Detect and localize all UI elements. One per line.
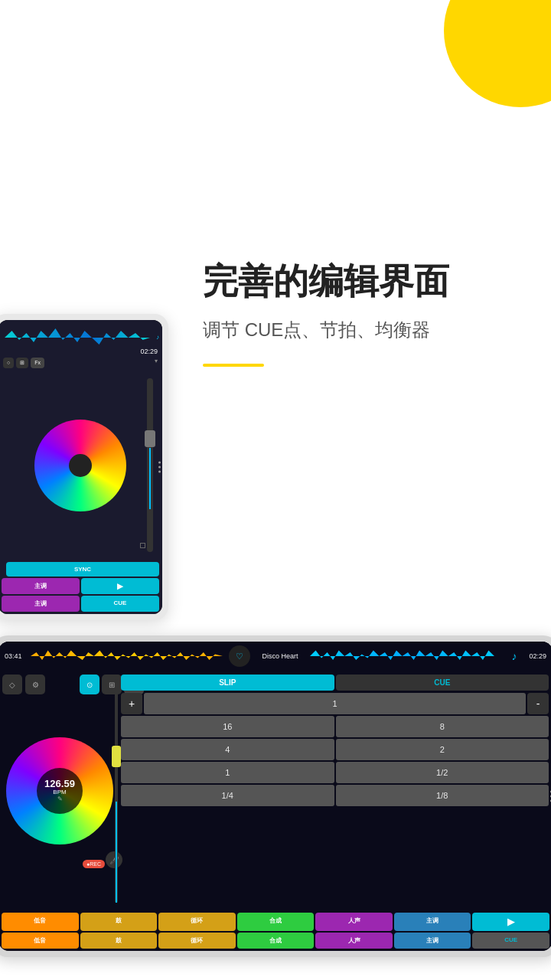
fader-track — [115, 678, 118, 903]
text-section: 完善的编辑界面 调节 CUE点、节拍、均衡器 — [203, 260, 528, 367]
fader-knob[interactable] — [112, 746, 121, 767]
note-icon: ♪ — [505, 647, 523, 665]
tag-drum-2[interactable]: 鼓 — [80, 933, 158, 949]
tag-synth-2[interactable]: 合成 — [237, 933, 315, 949]
tag-vocal-2[interactable]: 人声 — [315, 933, 393, 949]
grid-row-1: + 1 - — [121, 693, 549, 714]
plus-button[interactable]: + — [121, 693, 142, 714]
dj-left-panel: ◇ ⚙ ⊙ ⊞ Fx ▾ 126.59 BPM — [0, 671, 121, 910]
tag-synth-1[interactable]: 合成 — [237, 913, 315, 931]
side-dot-3 — [158, 471, 161, 473]
yellow-underline — [203, 364, 264, 367]
grid-row-4-2: 4 2 — [121, 739, 549, 760]
controls-row-top: ○ ⊞ Fx ▾ — [0, 355, 162, 371]
center-fader[interactable] — [112, 678, 121, 903]
vinyl-center-bottom: 126.59 BPM ✎ — [37, 768, 83, 814]
bpm-label: BPM — [53, 789, 66, 795]
btn-row-cue: 主调 CUE — [2, 596, 159, 612]
heartbeat-icon: ♡ — [229, 645, 250, 667]
sync-button[interactable]: SYNC — [6, 562, 159, 577]
grid-cell-eighth[interactable]: 1/8 — [336, 785, 549, 806]
time-left: 03:41 — [5, 652, 28, 660]
bottom-buttons-top: SYNC 主调 ▶ 主调 CUE — [0, 560, 162, 614]
grid-cell-16[interactable]: 16 — [121, 716, 334, 737]
grid-cell-2[interactable]: 2 — [336, 739, 549, 760]
rec-button[interactable]: ●REC — [83, 860, 105, 868]
loop-active-btn[interactable]: ⊙ — [80, 675, 99, 694]
slip-cue-row: SLIP CUE — [121, 675, 549, 691]
tablet-top: ♪ 02:29 ○ ⊞ Fx ▾ — [0, 314, 168, 620]
vinyl-disc-bottom[interactable]: 126.59 BPM ✎ — [6, 737, 113, 844]
diamond-icon-btn[interactable]: ◇ — [2, 675, 22, 694]
grid-cell-half[interactable]: 1/2 — [336, 762, 549, 783]
tag-key-2[interactable]: 主调 — [394, 933, 471, 949]
tag-vocal-1[interactable]: 人声 — [315, 913, 393, 931]
tag-drum-1[interactable]: 鼓 — [80, 913, 158, 931]
fader-line-blue — [116, 802, 117, 903]
slip-button[interactable]: SLIP — [121, 675, 334, 691]
dj-main-area: ◇ ⚙ ⊙ ⊞ Fx ▾ 126.59 BPM — [0, 671, 551, 910]
main-title: 完善的编辑界面 — [203, 260, 528, 302]
waveform-top — [5, 326, 150, 349]
chevron-down-icon: ▾ — [155, 358, 158, 368]
dj-interface-bottom: 03:41 ♡ Disco Heart ♪ 02:29 ◇ ⚙ — [0, 642, 551, 951]
time-right: 02:29 — [523, 652, 546, 660]
tag-bass-1[interactable]: 低音 — [2, 913, 79, 931]
waveform-right — [310, 647, 502, 666]
btn-row-play: 主调 ▶ — [2, 578, 159, 594]
marker-square — [140, 543, 145, 548]
grid-cell-1[interactable]: 1 — [144, 693, 526, 714]
play-button-bottom[interactable]: ▶ — [472, 913, 549, 931]
side-dots-top — [158, 462, 161, 473]
settings-icon-btn[interactable]: ⚙ — [25, 675, 45, 694]
bpm-value: 126.59 — [44, 779, 75, 789]
tag-row-1: 低音 鼓 循环 合成 人声 主调 ▶ — [2, 913, 549, 931]
tag-loop-2[interactable]: 循环 — [158, 933, 236, 949]
dj-right-panel: SLIP CUE + 1 - 16 8 — [121, 671, 551, 910]
vinyl-area-top — [0, 371, 162, 560]
left-icons-row: ◇ ⚙ — [2, 675, 45, 694]
side-dot-2 — [158, 466, 161, 469]
cue-button-bottom[interactable]: CUE — [336, 675, 549, 691]
tag-key-1[interactable]: 主调 — [394, 913, 471, 931]
sub-title: 调节 CUE点、节拍、均衡器 — [203, 318, 528, 342]
btn-row-sync: SYNC — [2, 562, 159, 577]
grid-row-quarter-eighth: 1/4 1/8 — [121, 785, 549, 806]
eq-btn[interactable]: ⊞ — [16, 358, 28, 368]
grid-cell-quarter[interactable]: 1/4 — [121, 785, 334, 806]
loop-btn[interactable]: ○ — [3, 358, 14, 368]
beat-grid: + 1 - 16 8 4 2 1 — [121, 693, 549, 806]
time-display-top: 02:29 — [0, 348, 162, 355]
song-title: Disco Heart — [253, 652, 307, 660]
tag-rows: 低音 鼓 循环 合成 人声 主调 ▶ 低音 鼓 循环 合成 人声 主调 CUE — [0, 910, 551, 951]
vinyl-center-top — [69, 454, 92, 477]
key-button-2[interactable]: 主调 — [2, 596, 80, 612]
tablet-top-inner: ♪ 02:29 ○ ⊞ Fx ▾ — [0, 320, 162, 614]
side-dot-1 — [158, 462, 161, 464]
tag-loop-1[interactable]: 循环 — [158, 913, 236, 931]
music-note-icon: ♪ — [156, 334, 159, 341]
tablet-bottom: 03:41 ♡ Disco Heart ♪ 02:29 ◇ ⚙ — [0, 635, 551, 957]
grid-row-16-8: 16 8 — [121, 716, 549, 737]
play-button-top[interactable]: ▶ — [81, 578, 159, 594]
decoration-circle — [444, 0, 551, 107]
minus-button[interactable]: - — [527, 693, 549, 714]
fader-line-top — [149, 448, 151, 509]
waveform-left — [31, 647, 223, 666]
fx-btn[interactable]: Fx — [31, 358, 44, 368]
cue-tag-button[interactable]: CUE — [472, 933, 549, 949]
key-button-1[interactable]: 主调 — [2, 578, 80, 594]
dj-bottom-header: 03:41 ♡ Disco Heart ♪ 02:29 — [0, 642, 551, 671]
dj-interface-top: ♪ 02:29 ○ ⊞ Fx ▾ — [0, 320, 162, 614]
grid-cell-1b[interactable]: 1 — [121, 762, 334, 783]
grid-cell-4[interactable]: 4 — [121, 739, 334, 760]
grid-row-1-half: 1 1/2 — [121, 762, 549, 783]
fader-bar-top[interactable] — [147, 378, 153, 552]
tag-bass-2[interactable]: 低音 — [2, 933, 79, 949]
vinyl-disc-top[interactable] — [34, 420, 126, 511]
tablet-bottom-inner: 03:41 ♡ Disco Heart ♪ 02:29 ◇ ⚙ — [0, 642, 551, 951]
grid-cell-8[interactable]: 8 — [336, 716, 549, 737]
cue-button-top[interactable]: CUE — [81, 596, 159, 612]
fader-handle-top[interactable] — [145, 430, 155, 447]
edit-icon: ✎ — [57, 795, 63, 802]
